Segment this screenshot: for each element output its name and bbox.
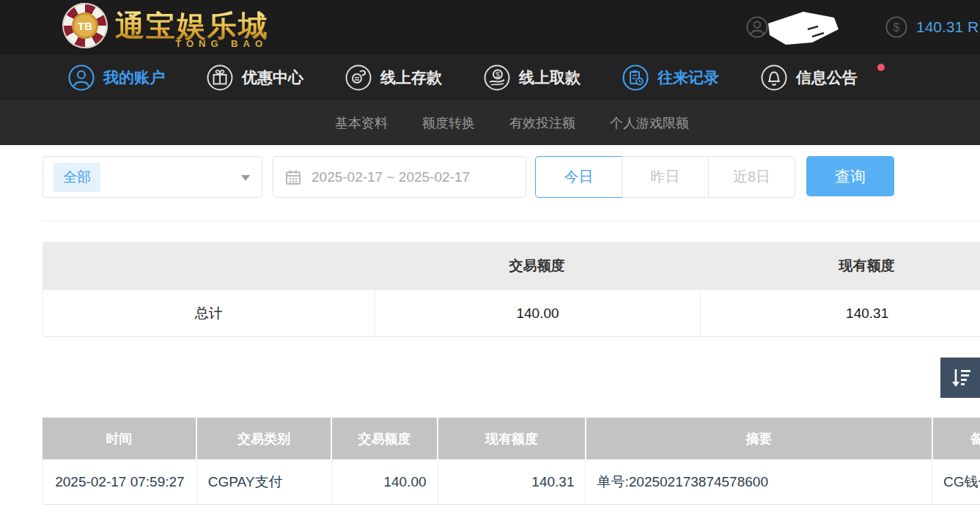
date-range-input[interactable]: 2025-02-17 ~ 2025-02-17	[273, 156, 526, 198]
bell-icon	[761, 64, 787, 91]
withdraw-hand-coin-icon: $	[484, 64, 510, 91]
balance-display[interactable]: $ 140.31 R	[885, 16, 979, 38]
nav-label: 线上取款	[519, 67, 581, 88]
nav-transaction-records[interactable]: 往来记录	[622, 64, 719, 91]
quick-range-group: 今日 昨日 近8日	[535, 156, 795, 198]
deposit-hand-coin-icon	[345, 64, 372, 91]
record-remarks: CG钱包	[932, 459, 980, 504]
gift-icon	[207, 64, 233, 91]
record-summary: 单号:202502173874578600	[585, 459, 932, 504]
nav-label: 我的账户	[103, 67, 165, 88]
calendar-icon	[285, 169, 301, 185]
record-type: CGPAY支付	[196, 459, 331, 504]
brand-name-en: TONG BAO	[175, 38, 268, 49]
quick-range-today[interactable]: 今日	[535, 156, 622, 198]
subnav-basic-info[interactable]: 基本资料	[335, 114, 388, 132]
chip-badge: TB	[72, 12, 98, 39]
dollar-coin-icon: $	[885, 16, 907, 38]
records-header-type: 交易类别	[196, 418, 331, 459]
records-header-row: 时间 交易类别 交易额度 现有额度 摘要 备注	[43, 418, 980, 459]
type-selected-tag: 全部	[54, 163, 100, 192]
svg-text:$: $	[894, 21, 900, 34]
balance-suffix: R	[968, 18, 979, 35]
notification-dot	[877, 64, 885, 71]
quick-range-8days[interactable]: 近8日	[708, 157, 795, 197]
query-button[interactable]: 查询	[806, 156, 894, 196]
nav-label: 信息公告	[796, 67, 858, 88]
username-visible-part: 25	[774, 18, 791, 36]
summary-total-label: 总计	[43, 304, 375, 323]
summary-header-row: 交易额度 现有额度	[43, 242, 980, 290]
summary-header-transaction-amount: 交易额度	[374, 256, 700, 275]
user-account[interactable]: 25	[746, 16, 791, 38]
divider	[43, 221, 980, 221]
subnav-valid-bets[interactable]: 有效投注额	[509, 114, 575, 132]
records-table: 时间 交易类别 交易额度 现有额度 摘要 备注 2025-02-17 07:59…	[43, 418, 980, 505]
date-range-value: 2025-02-17 ~ 2025-02-17	[312, 169, 470, 185]
chevron-down-icon	[241, 175, 250, 181]
subnav-game-limits[interactable]: 个人游戏限额	[610, 114, 689, 132]
records-header-remarks: 备注	[932, 418, 980, 459]
user-icon	[746, 16, 768, 38]
account-icon	[68, 64, 95, 91]
poker-chip-icon: TB	[62, 3, 108, 48]
account-subnav: 基本资料 额度转换 有效投注额 个人游戏限额	[0, 100, 980, 145]
summary-transaction-amount: 140.00	[375, 290, 701, 336]
top-header: TB 通宝娱乐城 TONG BAO 25 $	[0, 0, 980, 55]
nav-announcements[interactable]: 信息公告	[761, 64, 858, 91]
brand-name-cn: 通宝娱乐城	[115, 11, 269, 40]
record-current-balance: 140.31	[438, 459, 586, 504]
sort-descending-button[interactable]	[940, 358, 980, 398]
nav-online-withdrawal[interactable]: $ 线上取款	[484, 64, 581, 91]
quick-range-yesterday[interactable]: 昨日	[622, 157, 708, 197]
record-transaction-amount: 140.00	[331, 459, 438, 504]
page: TB 通宝娱乐城 TONG BAO 25 $	[0, 0, 980, 518]
brand-logo[interactable]: TB 通宝娱乐城 TONG BAO	[62, 3, 269, 48]
summary-header-current-balance: 现有额度	[700, 256, 980, 275]
table-row: 2025-02-17 07:59:27 CGPAY支付 140.00 140.3…	[43, 459, 980, 505]
main-navigation: 我的账户 优惠中心 线上存款	[0, 55, 980, 100]
summary-total-row: 总计 140.00 140.31	[43, 290, 980, 337]
svg-text:$: $	[495, 70, 500, 79]
nav-label: 优惠中心	[242, 67, 303, 88]
nav-label: 线上存款	[380, 67, 442, 88]
nav-promotions[interactable]: 优惠中心	[207, 64, 303, 91]
summary-table: 交易额度 现有额度 总计 140.00 140.31	[43, 242, 980, 337]
records-header-time: 时间	[43, 418, 196, 459]
records-header-summary: 摘要	[585, 418, 932, 459]
nav-label: 往来记录	[657, 67, 719, 88]
nav-online-deposit[interactable]: 线上存款	[345, 64, 442, 91]
brand-name: 通宝娱乐城 TONG BAO	[115, 11, 269, 40]
subnav-credit-transfer[interactable]: 额度转换	[422, 114, 475, 132]
balance-value: 140.31 R	[916, 18, 979, 36]
summary-current-balance: 140.31	[700, 290, 980, 336]
type-dropdown[interactable]: 全部	[43, 156, 262, 198]
nav-my-account[interactable]: 我的账户	[68, 64, 165, 91]
records-header-current-balance: 现有额度	[437, 418, 585, 459]
records-header-transaction-amount: 交易额度	[331, 418, 437, 459]
records-clipboard-icon	[622, 64, 649, 91]
record-time: 2025-02-17 07:59:27	[43, 459, 196, 504]
sort-descending-icon	[949, 366, 973, 390]
